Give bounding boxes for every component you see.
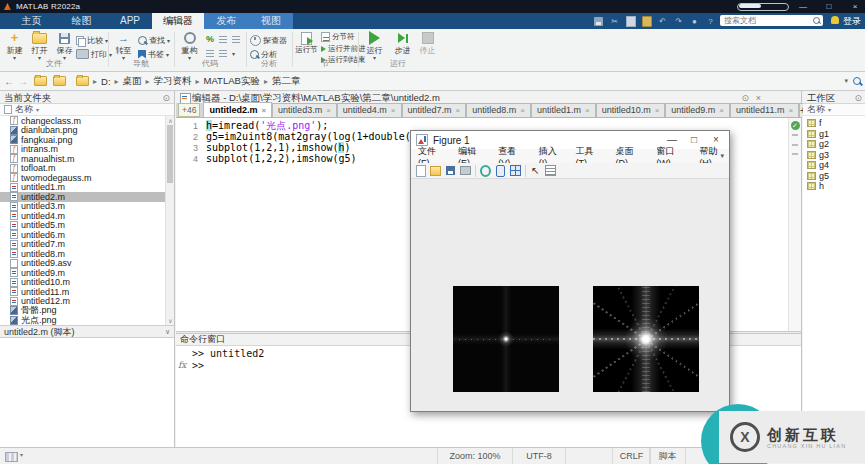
undo-icon[interactable]: ↶ [656, 15, 669, 27]
breadcrumb-part[interactable]: 学习资料 [154, 75, 192, 88]
doc-search-box[interactable] [720, 15, 823, 26]
workspace-var[interactable]: h [803, 181, 865, 192]
record-icon[interactable]: ● [688, 15, 701, 27]
up-one-level-icon[interactable] [34, 76, 47, 86]
help-icon[interactable]: ? [704, 15, 717, 27]
run-button[interactable]: 运行 ▾ [362, 31, 387, 61]
close-tab-icon[interactable]: × [788, 104, 793, 117]
tab-view[interactable]: 视图 [249, 13, 293, 29]
highlight-marker[interactable] [792, 144, 798, 146]
workspace-var[interactable]: f [803, 118, 865, 129]
close-tab-icon[interactable]: × [326, 104, 331, 117]
redo-icon[interactable]: ↷ [672, 15, 685, 27]
editor-tab[interactable]: untitled9.m× [665, 103, 730, 117]
workspace-var[interactable]: g2 [803, 139, 865, 150]
wrap-comments-icon[interactable] [232, 36, 240, 43]
file-item[interactable]: untitled1.m [0, 183, 166, 193]
file-item-selected[interactable]: untitled2.m [0, 192, 166, 202]
cut-icon[interactable]: ✂ [608, 15, 621, 27]
breadcrumb-part[interactable]: MATLAB实验 [204, 75, 260, 88]
highlight-mar ker[interactable] [792, 153, 798, 155]
save-button[interactable]: 保存 ▾ [52, 31, 77, 61]
file-item[interactable]: untitled7.m [0, 240, 166, 250]
comment-icon[interactable]: % [206, 34, 214, 44]
scroll-up-icon[interactable]: ∧ [166, 117, 175, 124]
tab-plots[interactable]: 绘图 [55, 13, 108, 29]
print-figure-icon[interactable] [460, 165, 471, 176]
figure-window[interactable]: Figure 1 — □ × 文件(F) 编辑(E) 查看(V) 插入(I) 工… [410, 130, 730, 412]
file-detail-bar[interactable]: untitled2.m (脚本) ∨ [0, 325, 174, 338]
copy-icon[interactable] [624, 15, 637, 27]
workspace-name-column[interactable]: 名称 ▾ [803, 104, 865, 116]
close-tab-icon[interactable]: × [719, 104, 724, 117]
editor-tab[interactable]: untitled1.m× [531, 103, 596, 117]
property-inspector-icon[interactable] [545, 165, 556, 176]
file-item[interactable]: untitled11.m [0, 287, 166, 297]
editor-tab-active[interactable]: untitled2.m× [203, 102, 272, 117]
open-button[interactable]: 打开 ▾ [27, 31, 52, 61]
scrollbar-thumb[interactable] [167, 125, 173, 183]
goto-button[interactable]: → 转至 ▾ [111, 31, 136, 61]
breadcrumb-part[interactable]: 桌面 [123, 75, 142, 88]
file-list-scrollbar[interactable]: ∧ ∨ [165, 116, 174, 325]
workspace-var[interactable]: g5 [803, 171, 865, 182]
new-figure-icon[interactable] [415, 165, 426, 176]
workspace-menu-icon[interactable]: ⊙ [854, 92, 862, 104]
current-folder-icon[interactable] [76, 76, 89, 86]
file-item[interactable]: intrans.m [0, 145, 166, 155]
address-dropdown-icon[interactable]: ▾ [844, 77, 848, 85]
doc-search-input[interactable] [720, 16, 812, 25]
close-tab-icon[interactable]: × [261, 104, 266, 117]
search-folder-icon[interactable] [853, 77, 861, 85]
stop-button[interactable]: 停止 [415, 31, 440, 56]
file-item[interactable]: changeclass.m [0, 116, 166, 126]
editor-tab[interactable]: untitled10.m× [596, 103, 666, 117]
editor-tab[interactable]: untitled4.m× [337, 103, 402, 117]
save-figure-icon[interactable] [445, 165, 456, 176]
file-item[interactable]: tofloat.m [0, 164, 166, 174]
insert-legend-icon[interactable] [510, 165, 521, 176]
decrease-indent-icon[interactable] [219, 50, 227, 57]
profiler-button[interactable]: 探查器 [250, 34, 287, 46]
file-item[interactable]: untitled6.m [0, 230, 166, 240]
file-item[interactable]: 光点.png [0, 316, 166, 326]
tab-apps[interactable]: APP [108, 13, 152, 29]
status-zoom[interactable]: Zoom: 100% [437, 448, 513, 464]
find-button[interactable]: 查找 ▾ [138, 34, 170, 46]
file-item[interactable]: untitled4.m [0, 211, 166, 221]
close-tab-icon[interactable]: × [391, 104, 396, 117]
highlight-marker[interactable] [792, 134, 798, 136]
editor-tab[interactable]: untitled3.m× [272, 103, 337, 117]
close-tab-icon[interactable]: × [585, 104, 590, 117]
editor-tab[interactable]: untitled8.m× [466, 103, 531, 117]
status-layout-dropdown-icon[interactable]: ▾ [20, 451, 23, 458]
file-item[interactable]: fangkuai.png [0, 135, 166, 145]
file-item[interactable]: untitled9.asv [0, 259, 166, 269]
status-file-type[interactable]: 脚本 [649, 448, 686, 464]
increase-indent-icon[interactable] [206, 50, 214, 57]
file-item[interactable]: untitled5.m [0, 221, 166, 231]
file-item[interactable]: dianluban.png [0, 126, 166, 136]
new-button[interactable]: + 新建 ▾ [2, 31, 27, 61]
figure-menu-overflow-icon[interactable]: ▾ [720, 152, 724, 160]
editor-tab[interactable]: untitled11.m× [730, 103, 799, 117]
compare-button[interactable]: 比较 ▾ [76, 34, 108, 46]
smart-indent-icon[interactable] [219, 36, 227, 43]
section-break-button[interactable]: 分节符 [321, 31, 355, 43]
breadcrumb-drive[interactable]: D: [101, 76, 111, 87]
window-maximize-button[interactable]: □ [819, 0, 839, 13]
tab-editor[interactable]: 编辑器 [152, 13, 204, 29]
breadcrumb-part[interactable]: 第二章 [272, 75, 301, 88]
link-plot-icon[interactable] [480, 165, 491, 176]
scroll-down-icon[interactable]: ∨ [166, 317, 175, 324]
file-item[interactable]: untitled3.m [0, 202, 166, 212]
paste-icon[interactable] [640, 15, 653, 27]
close-tab-icon[interactable]: × [456, 104, 461, 117]
editor-tab[interactable]: untitled7.m× [402, 103, 467, 117]
file-item[interactable]: untitled10.m [0, 278, 166, 288]
back-icon[interactable]: ← [4, 76, 14, 87]
tab-publish[interactable]: 发布 [204, 13, 249, 29]
workspace-var[interactable]: g3 [803, 150, 865, 161]
status-line-ending[interactable]: CRLF [612, 448, 651, 464]
tab-home[interactable]: 主页 [8, 13, 55, 29]
